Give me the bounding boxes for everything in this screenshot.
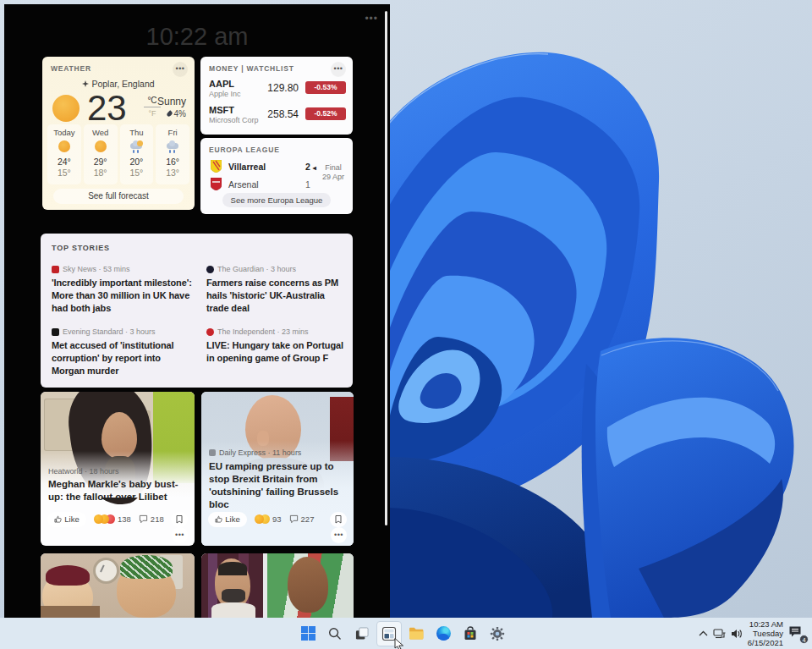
location-pin-icon <box>82 80 89 87</box>
news-card-image <box>201 553 354 618</box>
independent-icon <box>206 328 214 336</box>
store-button[interactable] <box>458 621 483 646</box>
money-watchlist-widget[interactable]: MONEY | WATCHLIST ••• AAPL Apple Inc 129… <box>200 57 353 135</box>
precipitation-icon <box>166 110 173 117</box>
weather-widget[interactable]: WEATHER ••• Poplar, England 23 °C °F Sun… <box>42 57 195 210</box>
notifications-button[interactable]: 4 <box>788 625 807 642</box>
precipitation-value: 4% <box>174 109 186 118</box>
file-explorer-button[interactable] <box>403 621 429 646</box>
fahrenheit-toggle[interactable]: °F <box>144 107 161 118</box>
forecast-day[interactable]: Thu 20° 15° <box>120 124 154 184</box>
story-item[interactable]: The Guardian · 3 hours Farmers raise con… <box>206 265 348 315</box>
comment-icon <box>289 514 299 524</box>
settings-button[interactable] <box>485 621 510 646</box>
card-more-button[interactable]: ••• <box>172 527 188 543</box>
bookmark-icon <box>176 515 183 524</box>
comments[interactable]: 227 <box>289 514 315 524</box>
panel-menu-icon[interactable]: ••• <box>365 13 378 25</box>
money-menu-icon[interactable]: ••• <box>331 62 346 77</box>
task-view-button[interactable] <box>349 621 375 646</box>
europa-league-widget[interactable]: EUROPA LEAGUE Villarreal 2 ◂ Arsenal 1 F… <box>200 138 353 214</box>
store-bag-icon <box>464 626 477 641</box>
speaker-icon[interactable] <box>731 629 743 639</box>
sunny-icon <box>58 140 70 152</box>
rain-sun-icon <box>129 140 143 154</box>
tray-chevron-icon[interactable] <box>699 630 708 637</box>
see-full-forecast-button[interactable]: See full forecast <box>53 189 184 204</box>
rain-icon <box>166 140 179 154</box>
story-item[interactable]: Evening Standard · 3 hours Met accused o… <box>52 327 194 377</box>
stock-row-msft[interactable]: MSFT Microsoft Corp 258.54 -0.52% <box>209 105 346 125</box>
weather-title: WEATHER <box>51 64 91 73</box>
news-card-meghan[interactable]: Heatworld · 18 hours Meghan Markle's bab… <box>41 392 195 546</box>
evening-standard-icon <box>52 328 59 336</box>
sky-news-icon <box>52 266 59 273</box>
story-item[interactable]: Sky News · 53 mins 'Incredibly important… <box>52 265 194 315</box>
widgets-panel: 10:22 am ••• WEATHER ••• Poplar, England… <box>4 4 390 618</box>
like-button[interactable]: Like <box>47 512 86 527</box>
taskbar: 10:23 AM Tuesday 6/15/2021 4 <box>0 618 812 649</box>
winner-marker-icon: ◂ <box>313 164 316 172</box>
bookmark-icon <box>335 515 342 524</box>
team-row-arsenal[interactable]: Arsenal 1 <box>211 178 316 193</box>
news-card-boys[interactable] <box>41 553 195 618</box>
stock-change-badge: -0.53% <box>305 81 346 94</box>
weather-menu-icon[interactable]: ••• <box>173 62 188 77</box>
widgets-clock: 10:22 am <box>4 23 390 51</box>
windows-bloom-wallpaper <box>389 0 812 618</box>
match-status: Final <box>322 163 344 173</box>
top-stories-widget: TOP STORIES Sky News · 53 mins 'Incredib… <box>41 234 353 388</box>
reactions[interactable]: 93 <box>255 514 282 524</box>
panel-scrollbar[interactable] <box>385 11 387 525</box>
search-icon <box>328 627 342 641</box>
windows-start-icon <box>301 626 315 641</box>
current-temperature: 23 <box>87 88 127 129</box>
tray-clock[interactable]: 10:23 AM Tuesday 6/15/2021 <box>748 619 783 647</box>
story-item[interactable]: The Independent · 23 mins LIVE: Hungary … <box>206 327 348 365</box>
daily-express-icon <box>209 449 216 456</box>
villarreal-crest-icon <box>211 160 222 173</box>
weather-condition: Sunny <box>157 96 186 107</box>
forecast-day[interactable]: Fri 16° 13° <box>156 124 189 184</box>
news-card-football[interactable] <box>201 553 354 618</box>
comment-icon <box>139 514 148 524</box>
folder-icon <box>409 627 424 641</box>
guardian-icon <box>206 266 214 273</box>
comments[interactable]: 218 <box>139 514 164 524</box>
team-row-villarreal[interactable]: Villarreal 2 ◂ <box>211 160 316 175</box>
like-button[interactable]: Like <box>208 512 247 527</box>
bookmark-button[interactable] <box>330 512 347 527</box>
card-more-button[interactable]: ••• <box>331 527 347 543</box>
europa-title: EUROPA LEAGUE <box>209 146 280 154</box>
top-stories-title: TOP STORIES <box>52 244 110 252</box>
widgets-button[interactable] <box>376 621 402 646</box>
sunny-icon <box>95 140 107 152</box>
task-view-icon <box>355 627 369 641</box>
thumbs-up-icon <box>215 515 222 523</box>
news-card-eu[interactable]: Daily Express · 11 hours EU ramping pres… <box>201 392 354 546</box>
edge-button[interactable] <box>431 621 456 646</box>
surprised-emoji-icon <box>94 514 103 524</box>
stock-row-aapl[interactable]: AAPL Apple Inc 129.80 -0.53% <box>209 79 346 99</box>
news-card-image <box>41 553 195 618</box>
search-button[interactable] <box>322 621 348 646</box>
reactions[interactable]: 138 <box>94 514 131 524</box>
money-title: MONEY | WATCHLIST <box>209 64 294 73</box>
sun-icon <box>52 95 80 122</box>
match-date: 29 Apr <box>322 173 344 182</box>
surprised-emoji-icon <box>255 514 264 524</box>
see-more-europa-button[interactable]: See more Europa League <box>222 193 331 207</box>
arsenal-crest-icon <box>211 178 222 190</box>
gear-icon <box>490 626 505 641</box>
notification-badge: 4 <box>799 635 809 644</box>
edge-icon <box>436 626 451 641</box>
stock-change-badge: -0.52% <box>305 107 346 120</box>
forecast-day[interactable]: Today 24° 15° <box>47 124 81 184</box>
bookmark-button[interactable] <box>171 512 188 527</box>
start-button[interactable] <box>295 621 321 646</box>
network-icon[interactable] <box>713 629 726 639</box>
forecast-day[interactable]: Wed 29° 18° <box>84 124 118 184</box>
thumbs-up-icon <box>54 515 62 523</box>
